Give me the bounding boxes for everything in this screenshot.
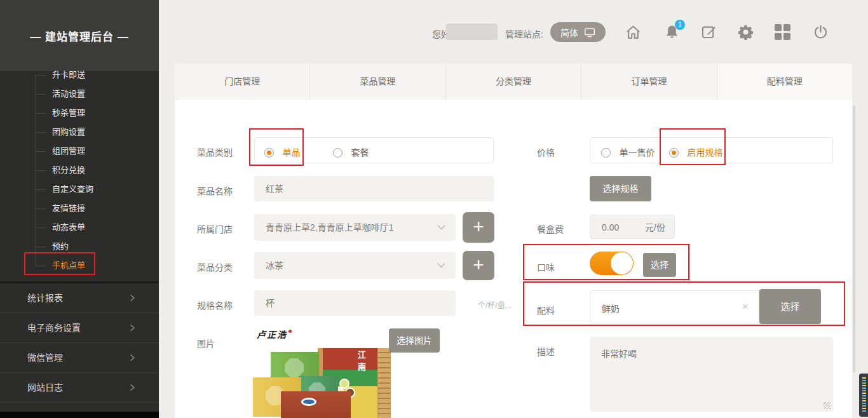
radio-enable-spec[interactable]: 启用规格 <box>669 145 722 158</box>
dish-classify-value: 冰茶 <box>266 260 283 271</box>
section-label: 微信管理 <box>27 353 63 363</box>
clear-icon[interactable]: × <box>742 301 749 312</box>
tab-bar: 门店管理 菜品管理 分类管理 订单管理 配料管理 <box>175 64 852 100</box>
store-select[interactable]: 青青原上草2,青青原上草咖啡厅1 <box>254 214 456 241</box>
sidebar-item-reservation[interactable]: 预约 <box>0 237 159 256</box>
dish-name-label: 菜品名称 <box>197 184 233 197</box>
tab-store-manage[interactable]: 门店管理 <box>175 64 310 100</box>
radio-circle-icon <box>601 148 611 158</box>
manage-site-label: 管理站点: <box>505 27 543 40</box>
box-vertical-text: 江南 <box>357 351 367 375</box>
box-fee-unit: 元/份 <box>645 215 665 239</box>
chevron-down-icon <box>437 260 445 268</box>
edit-icon[interactable] <box>700 24 717 41</box>
logout-power-icon[interactable] <box>812 24 829 41</box>
app-title: — 建站管理后台 — <box>0 0 159 71</box>
sidebar-item-group-manage[interactable]: 组团管理 <box>0 142 159 161</box>
notification-badge: 1 <box>675 20 685 30</box>
taste-choose-button[interactable]: 选择 <box>643 253 676 277</box>
radio-single-price-label: 单一售价 <box>619 147 654 158</box>
ingredient-choose-button[interactable]: 选择 <box>759 289 821 324</box>
sidebar-item-group-buy[interactable]: 团购设置 <box>0 123 159 142</box>
sidebar: — 建站管理后台 — 升卡即送 活动设置 秒杀管理 团购设置 组团管理 积分兑换… <box>0 0 159 418</box>
price-group: 单一售价 启用规格 <box>590 137 833 163</box>
add-classify-button[interactable]: + <box>463 251 494 280</box>
tab-order-manage[interactable]: 订单管理 <box>581 64 717 100</box>
sidebar-sections: 统计报表 电子商务设置 微信管理 网站日志 <box>0 281 159 403</box>
product-image: 卢正浩 江南 <box>253 325 393 418</box>
desc-textarea[interactable]: 非常好喝 <box>590 337 833 412</box>
ingredient-value: 鲜奶 <box>602 302 620 314</box>
desc-label: 描述 <box>537 345 555 358</box>
box-fee-value: 0.00 <box>602 222 619 233</box>
tab-ingredient-manage[interactable]: 配料管理 <box>717 64 852 100</box>
home-icon[interactable] <box>625 24 642 41</box>
choose-spec-button[interactable]: 选择规格 <box>590 176 651 201</box>
dish-category-group: 单品 套餐 <box>254 137 494 163</box>
sidebar-bottom-strip <box>0 412 159 418</box>
sidebar-item-points-exchange[interactable]: 积分兑换 <box>0 161 159 180</box>
page-scrollbar[interactable] <box>853 105 855 372</box>
chevron-right-icon <box>128 383 137 392</box>
section-label: 统计报表 <box>27 293 63 303</box>
sidebar-item-upgrade-card-gift[interactable]: 升卡即送 <box>0 65 159 84</box>
chevron-right-icon <box>128 323 137 332</box>
sidebar-section-statistics[interactable]: 统计报表 <box>0 283 159 313</box>
sidebar-section-ecommerce[interactable]: 电子商务设置 <box>0 313 159 343</box>
tab-category-manage[interactable]: 分类管理 <box>446 64 581 100</box>
toggle-knob <box>611 252 633 274</box>
taste-label: 口味 <box>537 260 555 273</box>
language-button[interactable]: 简体 <box>550 22 606 42</box>
price-label: 价格 <box>537 145 555 158</box>
radio-single-price[interactable]: 单一售价 <box>601 145 654 158</box>
chevron-down-icon <box>437 222 445 230</box>
taste-toggle-on[interactable] <box>590 252 634 275</box>
sidebar-item-flash-sale[interactable]: 秒杀管理 <box>0 104 159 123</box>
radio-single-dish-label: 单品 <box>282 147 300 158</box>
spec-hint: 个/杯/盘... <box>478 299 512 310</box>
dish-classify-label: 菜品分类 <box>197 260 233 273</box>
notifications-bell-icon[interactable]: 1 <box>663 24 681 41</box>
store-select-value: 青青原上草2,青青原上草咖啡厅1 <box>266 222 393 233</box>
brand-calligraphy: 卢正浩 <box>257 328 292 340</box>
box-fee-label: 餐盒费 <box>537 222 564 235</box>
chevron-right-icon <box>128 293 137 302</box>
radio-enable-spec-label: 启用规格 <box>687 147 722 158</box>
sidebar-item-mobile-ordering[interactable]: 手机点单 <box>0 256 159 275</box>
section-label: 电子商务设置 <box>27 323 81 333</box>
spec-name-label: 规格名称 <box>197 299 233 311</box>
sidebar-item-activity-settings[interactable]: 活动设置 <box>0 84 159 104</box>
box-fee-input[interactable]: 0.00 元/份 <box>590 215 675 239</box>
chevron-right-icon <box>128 353 137 362</box>
dish-name-input[interactable]: 红茶 <box>254 176 494 201</box>
dish-classify-select[interactable]: 冰茶 <box>254 252 456 279</box>
browser-extension-handle[interactable] <box>859 374 868 417</box>
monitor-icon <box>584 27 595 37</box>
desc-value: 非常好喝 <box>601 349 637 359</box>
radio-combo-dish[interactable]: 套餐 <box>333 145 369 158</box>
apps-grid-icon[interactable] <box>775 24 792 41</box>
settings-gear-icon[interactable] <box>737 24 754 41</box>
radio-single-dish[interactable]: 单品 <box>264 145 300 158</box>
store-label: 所属门店 <box>197 222 233 235</box>
ingredient-input[interactable]: 鲜奶 × <box>590 290 759 323</box>
language-label: 简体 <box>560 26 578 39</box>
sidebar-section-site-logs[interactable]: 网站日志 <box>0 373 159 403</box>
add-store-button[interactable]: + <box>463 212 494 243</box>
ingredient-label: 配料 <box>537 304 555 316</box>
radio-combo-dish-label: 套餐 <box>351 147 369 158</box>
sidebar-item-custom-query[interactable]: 自定义查询 <box>0 180 159 199</box>
section-label: 网站日志 <box>27 382 63 393</box>
username-redacted <box>446 24 498 40</box>
radio-circle-icon <box>333 148 342 158</box>
top-header: 您好 管理站点: 简体 1 <box>159 0 868 64</box>
spec-name-input[interactable]: 杯 <box>254 290 456 316</box>
sidebar-menu: 升卡即送 活动设置 秒杀管理 团购设置 组团管理 积分兑换 自定义查询 友情链接… <box>0 65 159 275</box>
tab-dish-manage[interactable]: 菜品管理 <box>310 64 445 100</box>
choose-image-button[interactable]: 选择图片 <box>389 328 440 353</box>
radio-dot-icon <box>669 148 679 158</box>
sidebar-item-friend-links[interactable]: 友情链接 <box>0 199 159 218</box>
sidebar-section-wechat[interactable]: 微信管理 <box>0 343 159 373</box>
sidebar-item-dynamic-forms[interactable]: 动态表单 <box>0 218 159 237</box>
radio-dot-icon <box>264 148 274 158</box>
